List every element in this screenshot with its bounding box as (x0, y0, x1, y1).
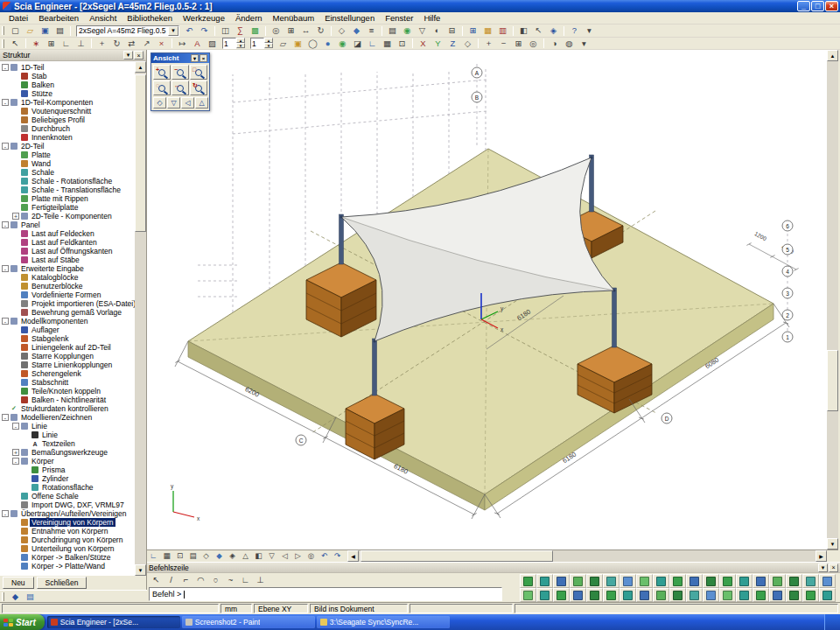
command-icon[interactable] (603, 574, 620, 588)
circle-tool-icon[interactable]: ○ (208, 574, 223, 585)
mast-3[interactable] (373, 339, 377, 396)
command-icon[interactable] (520, 574, 536, 588)
command-icon[interactable] (586, 574, 603, 588)
scroll-right-icon[interactable]: ▶ (816, 550, 827, 562)
menu-bearbeiten[interactable]: Bearbeiten (33, 12, 84, 24)
tree-item[interactable]: Katalogblöcke (0, 273, 135, 282)
mirror-icon[interactable]: ⇄ (124, 38, 139, 49)
command-icon[interactable] (703, 574, 719, 588)
front-view-button[interactable]: ◁ (181, 97, 194, 108)
tree-item[interactable]: -Panel (0, 220, 135, 229)
tree-item[interactable]: Bewehrung gemäß Vorlage (0, 308, 135, 317)
tree-item[interactable]: Auflager (0, 326, 135, 334)
mast-2[interactable] (590, 155, 594, 212)
sphere-icon[interactable]: ● (320, 38, 335, 49)
tree-item[interactable]: Wand (0, 159, 135, 168)
command-icon[interactable] (603, 588, 620, 602)
pan-button[interactable]: ↔ (172, 80, 189, 95)
scale-spinner-1[interactable]: ▴▾ (222, 38, 245, 49)
activity-icon[interactable]: ◉ (400, 25, 415, 37)
calculation-icon[interactable]: ∑ (233, 25, 248, 37)
hatch-icon[interactable]: ▨ (205, 38, 220, 49)
side-view-button[interactable]: △ (195, 97, 208, 108)
command-icon[interactable] (669, 588, 686, 602)
wireframe-icon[interactable]: ◇ (334, 25, 349, 37)
osnap-icon[interactable]: ⊥ (74, 38, 88, 49)
zoom-out-button[interactable]: − (172, 65, 189, 80)
command-icon[interactable] (752, 574, 769, 588)
command-icon[interactable] (536, 588, 553, 602)
zoom-in-icon[interactable]: + (481, 38, 496, 49)
palette-title-bar[interactable]: Ansicht ▾ × (151, 53, 209, 63)
tree-item[interactable]: Linie (0, 430, 135, 439)
snap-toggle-icon[interactable]: ⊡ (173, 551, 186, 562)
command-icon[interactable] (653, 588, 669, 602)
next-view-icon[interactable]: ↷ (331, 551, 344, 562)
tree-item[interactable]: -Erweiterte Eingabe (0, 264, 135, 273)
command-icon[interactable] (620, 574, 636, 588)
new-project-icon[interactable]: ▢ (8, 25, 23, 37)
wireframe-mode-icon[interactable]: ◇ (200, 551, 213, 562)
side-view-icon[interactable]: ▷ (291, 551, 304, 562)
menu-ansicht[interactable]: Ansicht (84, 12, 122, 24)
dimension-icon[interactable]: ↦ (175, 38, 190, 49)
tree-item[interactable]: Durchdringung von Körpern (0, 536, 135, 544)
menu-ndern[interactable]: Ändern (230, 12, 268, 24)
tree-item[interactable]: -Linie (0, 422, 135, 430)
tree-item[interactable]: Last auf Öffnungskanten (0, 247, 135, 256)
menu-fenster[interactable]: Fenster (380, 12, 418, 24)
boolean-icon[interactable]: ◉ (335, 38, 350, 49)
spinner-down-icon[interactable]: ▾ (236, 43, 245, 48)
panel-menu-icon[interactable]: ▾ (123, 51, 133, 60)
menu-werkzeuge[interactable]: Werkzeuge (178, 12, 230, 24)
tree-item[interactable]: Import DWG, DXF, VRML97 (0, 500, 135, 509)
view-z-icon[interactable]: Z (445, 38, 460, 49)
tree-item[interactable]: -1D-Teil-Komponenten (0, 98, 135, 107)
palette-menu-icon[interactable]: ▾ (191, 54, 199, 62)
properties-panel-icon[interactable]: ▤ (23, 591, 38, 602)
axonometric-view-button[interactable]: ◇ (153, 97, 166, 108)
combobox-dropdown-icon[interactable]: ▾ (168, 26, 178, 36)
tree-item[interactable]: -Modellkomponenten (0, 317, 135, 326)
command-icon[interactable] (686, 588, 703, 602)
panel-close-icon[interactable]: × (829, 564, 838, 572)
ortho-toggle-icon[interactable]: ∟ (238, 574, 253, 585)
taskbar-button[interactable]: 3:\Seagate Sync\SyncRe... (317, 616, 450, 628)
collapse-icon[interactable]: - (12, 458, 19, 465)
tree-item[interactable]: -2D-Teil (0, 142, 135, 150)
zoom-window-button[interactable]: □ (190, 65, 207, 80)
properties-icon[interactable]: ◧ (516, 25, 531, 37)
tree-item[interactable]: Entnahme von Körpern (0, 527, 135, 536)
save-icon[interactable]: ▣ (38, 25, 52, 37)
command-icon[interactable] (536, 574, 553, 588)
collapse-icon[interactable]: - (2, 510, 9, 517)
collapse-icon[interactable]: - (2, 414, 9, 421)
solid-icon[interactable]: ▣ (290, 38, 305, 49)
tree-item[interactable]: Voutenquerschnitt (0, 107, 135, 116)
command-icon[interactable] (586, 588, 603, 602)
tree-item[interactable]: ✓Strukturdaten kontrollieren (0, 404, 135, 413)
tree-item[interactable]: Benutzerblöcke (0, 282, 135, 290)
menu-einstellungen[interactable]: Einstellungen (319, 12, 380, 24)
panel-menu-icon[interactable]: ▾ (818, 564, 828, 572)
zoom-extents-icon[interactable]: ◎ (304, 551, 318, 562)
close-button[interactable]: × (825, 1, 838, 11)
project-item-combobox[interactable]: 2xSegel A=45m2 Flieg.0.5 ▾ (76, 25, 179, 37)
zoom-all-button[interactable]: ◌ (153, 80, 171, 95)
ucs-toggle-icon[interactable]: ∟ (147, 551, 160, 562)
top-view-icon[interactable]: ▽ (265, 551, 278, 562)
viewport-hscrollbar[interactable]: ◀ ▶ (347, 550, 827, 562)
tree-item[interactable]: Teile/Knoten koppeln (0, 387, 135, 396)
spinner-value[interactable] (250, 38, 264, 49)
command-icon[interactable] (819, 574, 836, 588)
stretch-icon[interactable]: ↗ (139, 38, 154, 49)
view-y-icon[interactable]: Y (430, 38, 445, 49)
tree-item[interactable]: Körper -> Balken/Stütze (0, 553, 135, 562)
top-view-button[interactable]: ▽ (167, 97, 180, 108)
clipping-box-icon[interactable]: ⊟ (444, 25, 459, 37)
node-snap-icon[interactable]: ∗ (29, 38, 44, 49)
command-icon[interactable] (819, 588, 836, 602)
delete-icon[interactable]: × (154, 38, 169, 49)
toolbar-grip[interactable] (2, 592, 4, 601)
tree-item[interactable]: Körper -> Platte/Wand (0, 562, 135, 570)
